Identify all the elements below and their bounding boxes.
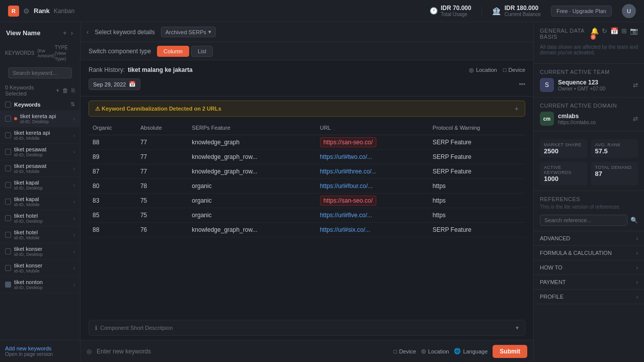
bottom-device-control[interactable]: □ Device [394,348,416,354]
kw-copy-icon[interactable]: ⎘ [71,87,75,94]
url-link[interactable]: https://url#five.co/... [320,212,372,219]
accordion-howto[interactable]: HOW TO › [534,260,644,275]
kw-expand-3[interactable]: › [73,149,75,155]
kw-expand-7[interactable]: › [73,216,75,221]
kw-checkbox-3[interactable] [5,149,11,155]
cell-protocol: SERP Feature [429,223,525,237]
kw-item-tiket-konser-1[interactable]: tiket konser id-ID, Desktop › [0,243,80,260]
kw-checkbox-2[interactable] [5,132,11,138]
new-keyword-input[interactable] [97,348,389,355]
device-button[interactable]: □ Device [503,67,525,73]
accordion-advanced-label: ADVANCED [540,235,570,241]
calendar-icon-rp[interactable]: 📅 [610,27,618,42]
kw-checkbox-9[interactable] [5,248,11,254]
comp-desc-toggle[interactable]: ▾ [516,324,519,331]
kw-delete-icon[interactable]: 🗑 [62,87,68,94]
kw-checkbox-4[interactable] [5,165,11,171]
refs-search-input[interactable] [540,215,627,226]
bottom-device-label: Device [399,348,416,354]
domain-edit-icon[interactable]: ⇄ [633,115,638,122]
kw-expand-1[interactable]: › [73,116,75,122]
accordion-advanced[interactable]: ADVANCED › [534,231,644,246]
archived-serps-dropdown[interactable]: Archived SERPs ▾ [161,27,216,37]
user-avatar[interactable]: U [622,4,636,18]
grid-icon[interactable]: ⊞ [621,27,627,42]
highlighted-url[interactable]: https://san-seo.co/ [320,137,376,147]
sidebar-nav-button[interactable]: › [70,28,74,38]
kw-checkbox-5[interactable] [5,182,11,188]
sidebar-add-button[interactable]: + [62,28,68,38]
kw-add-icon[interactable]: + [56,87,59,94]
back-button[interactable]: ‹ [87,28,89,36]
sort-icon[interactable]: ⇅ [70,101,75,108]
accordion-profile-label: PROFILE [540,294,564,300]
kw-item-tiket-kereta-api-1[interactable]: tiket kereta api id-ID, Desktop › [0,111,80,127]
column-view-button[interactable]: Column [157,46,189,57]
highlighted-url[interactable]: https://san-seo.co/ [320,196,376,206]
kw-name-2: tiket kereta api [14,130,70,136]
kw-expand-4[interactable]: › [73,166,75,171]
url-link[interactable]: https://url#two.co/... [320,153,372,160]
url-link[interactable]: https://url#six.co/... [320,226,370,233]
kw-expand-5[interactable]: › [73,183,75,188]
add-keywords-button[interactable]: Add new keywords [5,345,75,351]
accordion-formula[interactable]: FORMULA & CALCULATION › [534,246,644,260]
kw-item-tiket-kapal-1[interactable]: tiket kapal id-ID, Desktop › [0,177,80,194]
kw-checkbox-1[interactable] [5,116,11,122]
warning-bold-text: 2 URLs [202,106,221,112]
kw-count-row: 0 Keywords Selected + 🗑 ⎘ [0,82,80,99]
kw-item-tiket-hotel-2[interactable]: tiket hotel id-ID, Mobile › [0,227,80,243]
camera-icon[interactable]: 📷 [630,27,638,42]
team-edit-icon[interactable]: ⇄ [633,81,638,88]
kw-expand-10[interactable]: › [73,265,75,271]
more-options-button[interactable]: ••• [519,81,525,88]
bottom-location-control[interactable]: ◎ Location [421,348,449,354]
kw-item-tiket-konser-2[interactable]: tiket konser id-ID, Mobile › [0,260,80,277]
kw-expand-6[interactable]: › [73,199,75,205]
switch-label: Switch component type [89,48,151,55]
kw-expand-8[interactable]: › [73,232,75,238]
cell-protocol: SERP Feature [429,164,525,179]
list-view-button[interactable]: List [191,46,213,57]
main-layout: View Name + › KEYWORDS (Kw Amount) TYPE … [0,22,644,362]
domain-section: CURRENT ACTIVE DOMAIN cm cmlabs https://… [534,98,644,131]
kw-item-tiket-pesawat-2[interactable]: tiket pesawat id-ID, Mobile › [0,160,80,177]
location-button[interactable]: ◎ Location [469,67,497,73]
rh-title-group: Rank History: tiket malang ke jakarta [89,66,193,73]
kw-expand-11[interactable]: › [73,282,75,288]
kw-header-item[interactable]: Keywords ⇅ [0,99,80,111]
kw-checkbox-10[interactable] [5,265,11,271]
keyword-detail-header: ‹ Select keyword details Archived SERPs … [80,22,533,42]
cell-url: https://url#three.co/... [316,164,429,179]
kw-item-tiket-kereta-api-2[interactable]: tiket kereta api id-ID, Mobile › [0,127,80,144]
accordion-profile[interactable]: PROFILE › [534,290,644,304]
url-link[interactable]: https://url#three.co/... [320,168,377,175]
notification-icon[interactable]: 🔔 0 [591,27,599,42]
kw-item-tiket-pesawat-1[interactable]: tiket pesawat id-ID, Desktop › [0,144,80,160]
url-link[interactable]: https://url#four.co/... [320,183,373,190]
kw-item-tiket-nonton-1[interactable]: tiket nonton id-ID, Desktop › [0,277,80,293]
kw-checkbox-6[interactable] [5,199,11,205]
kw-checkbox-8[interactable] [5,232,11,238]
upgrade-button[interactable]: Free · Upgrade Plan [551,6,612,17]
bottom-language-control[interactable]: 🌐 Language [454,348,488,354]
warning-add-button[interactable]: + [515,105,519,113]
kw-expand-2[interactable]: › [73,133,75,138]
accordion-payment[interactable]: PAYMENT › [534,275,644,290]
team-name: Sequence 123 [558,79,605,86]
kw-item-tiket-kapal-2[interactable]: tiket kapal id-ID, Mobile › [0,194,80,210]
keyword-search-input[interactable] [8,67,72,78]
cell-url: https://url#two.co/... [316,150,429,164]
date-picker[interactable]: Sep 29, 2022 📅 [89,78,140,90]
submit-keyword-button[interactable]: Submit [493,345,527,358]
refs-search-icon[interactable]: 🔍 [630,217,638,224]
refresh-icon[interactable]: ↻ [602,27,607,42]
kw-all-checkbox[interactable] [5,102,11,108]
kw-checkbox-11[interactable] [5,282,11,288]
kw-info-3: tiket pesawat id-ID, Desktop [14,146,70,157]
kw-item-tiket-hotel-1[interactable]: tiket hotel id-ID, Desktop › [0,210,80,227]
kw-info-11: tiket nonton id-ID, Desktop [14,279,70,290]
kw-checkbox-7[interactable] [5,215,11,221]
kw-expand-9[interactable]: › [73,249,75,254]
settings-icon[interactable]: ⚙ [23,7,30,15]
